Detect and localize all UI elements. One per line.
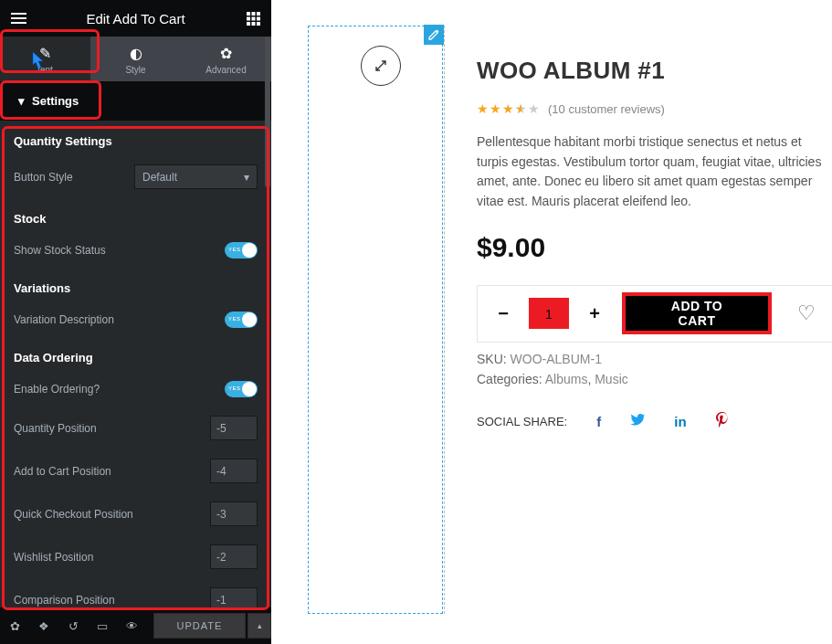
facebook-icon[interactable]: f [596, 414, 601, 429]
svg-rect-8 [257, 16, 260, 20]
linkedin-icon[interactable]: in [674, 414, 686, 429]
sku-value: WOO-ALBUM-1 [511, 352, 602, 366]
comparison-position-input[interactable] [210, 587, 258, 607]
history-icon[interactable]: ↺ [58, 607, 88, 644]
categories-label: Categories: [477, 372, 542, 386]
quantity-position-input[interactable] [210, 416, 258, 440]
navigator-icon[interactable]: ❖ [29, 607, 58, 644]
pinterest-icon[interactable] [716, 412, 729, 431]
wishlist-position-input[interactable] [210, 544, 258, 569]
review-count[interactable]: (10 customer reviews) [548, 102, 665, 116]
caret-down-icon: ▾ [18, 94, 25, 108]
cursor-pointer-icon [27, 50, 47, 77]
svg-rect-2 [11, 22, 26, 24]
svg-rect-3 [247, 12, 250, 16]
wishlist-heart-icon[interactable]: ♡ [797, 301, 816, 325]
scrollbar-thumb[interactable] [265, 37, 270, 187]
show-stock-label: Show Stock Status [14, 244, 225, 257]
apps-grid-icon[interactable] [235, 0, 271, 37]
variation-desc-toggle[interactable] [225, 311, 258, 328]
edit-widget-icon[interactable] [424, 25, 444, 45]
svg-rect-6 [247, 16, 250, 20]
preview-icon[interactable]: 👁 [117, 607, 146, 644]
column-divider [444, 26, 445, 614]
rating-stars: ★★★★★★ [477, 101, 541, 116]
update-button[interactable]: UPDATE [153, 613, 246, 639]
product-price: $9.00 [477, 232, 832, 263]
section-settings[interactable]: ▾ Settings [0, 81, 271, 121]
caret-down-icon: ▾ [244, 171, 249, 184]
category-link[interactable]: Music [595, 372, 628, 386]
add-to-cart-widget: − 1 + ADD TO CART ♡ [477, 285, 832, 343]
select-value: Default [142, 171, 177, 184]
group-ordering: Data Ordering [0, 337, 271, 372]
tab-advanced[interactable]: ✿ Advanced [181, 37, 271, 81]
atc-position-input[interactable] [210, 459, 258, 483]
group-stock: Stock [0, 198, 271, 233]
group-variations: Variations [0, 268, 271, 302]
svg-rect-1 [11, 17, 26, 19]
tab-label: Advanced [205, 65, 246, 75]
social-share-label: SOCIAL SHARE: [477, 415, 567, 428]
qc-position-label: Quick Checkout Position [14, 508, 210, 521]
button-style-select[interactable]: Default ▾ [134, 164, 258, 189]
quantity-value[interactable]: 1 [529, 298, 569, 329]
svg-rect-5 [257, 12, 260, 16]
hamburger-menu[interactable] [0, 0, 37, 37]
gear-icon: ✿ [181, 45, 271, 62]
product-title: WOO ALBUM #1 [477, 57, 832, 85]
svg-rect-7 [251, 16, 255, 20]
twitter-icon[interactable] [630, 414, 645, 429]
image-expand-icon[interactable] [361, 46, 401, 86]
tab-label: Style [125, 65, 145, 75]
responsive-icon[interactable]: ▭ [88, 607, 117, 644]
atc-position-label: Add to Cart Position [14, 465, 210, 478]
button-style-label: Button Style [14, 171, 134, 184]
svg-rect-11 [257, 22, 260, 26]
quantity-plus-button[interactable]: + [585, 304, 604, 322]
sku-label: SKU: [477, 352, 507, 366]
quantity-minus-button[interactable]: − [494, 304, 512, 322]
variation-desc-label: Variation Description [14, 313, 225, 326]
comparison-position-label: Comparison Position [14, 594, 210, 607]
enable-ordering-label: Enable Ordering? [14, 383, 225, 396]
svg-rect-10 [251, 22, 255, 26]
svg-rect-0 [11, 13, 26, 15]
group-quantity: Quantity Settings [0, 121, 271, 155]
update-options-button[interactable]: ▴ [247, 613, 271, 639]
show-stock-toggle[interactable] [225, 242, 258, 259]
tab-style[interactable]: ◐ Style [90, 37, 181, 81]
settings-icon[interactable]: ✿ [0, 607, 29, 644]
selected-column-outline[interactable] [308, 26, 443, 614]
category-link[interactable]: Albums [545, 372, 588, 386]
quantity-position-label: Quantity Position [14, 422, 210, 435]
svg-rect-9 [247, 22, 250, 26]
add-to-cart-button[interactable]: ADD TO CART [622, 292, 772, 334]
panel-title: Edit Add To Cart [37, 11, 235, 26]
style-icon: ◐ [90, 45, 181, 62]
enable-ordering-toggle[interactable] [225, 381, 258, 397]
wishlist-position-label: Wishlist Position [14, 551, 210, 564]
section-label: Settings [32, 94, 79, 108]
svg-rect-4 [251, 12, 255, 16]
product-description: Pellentesque habitant morbi tristique se… [477, 132, 832, 212]
qc-position-input[interactable] [210, 501, 258, 526]
